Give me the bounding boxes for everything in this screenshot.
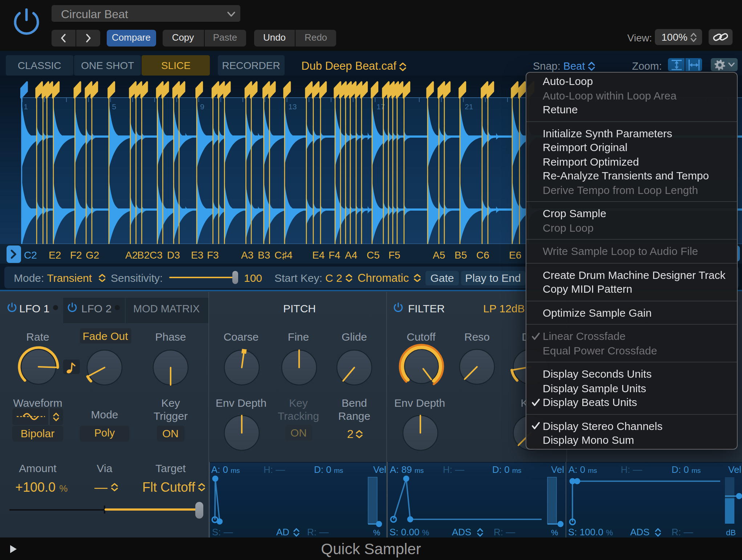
svg-text:21: 21 — [465, 102, 473, 111]
svg-text:13: 13 — [288, 102, 297, 111]
svg-text:5: 5 — [112, 102, 116, 111]
svg-text:9: 9 — [200, 102, 204, 111]
svg-text:1: 1 — [24, 102, 28, 111]
